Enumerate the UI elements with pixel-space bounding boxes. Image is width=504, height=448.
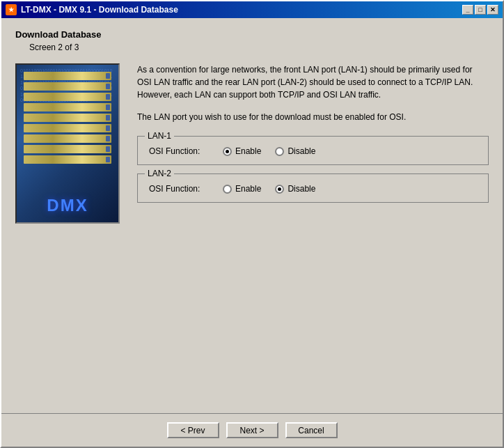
lan1-label: OSI Function: (149, 146, 212, 156)
main-window: ★ LT-DMX - DMX 9.1 - Download Database _… (0, 0, 504, 448)
lan2-disable-radio[interactable] (275, 185, 284, 194)
main-area: 0101100010101101000101011010001010110100… (15, 63, 489, 402)
slot-9 (24, 155, 111, 164)
page-subtitle: Screen 2 of 3 (29, 43, 489, 52)
lan2-legend: LAN-2 (145, 169, 174, 178)
prev-button[interactable]: < Prev (167, 422, 219, 438)
cancel-button[interactable]: Cancel (285, 422, 338, 438)
text-panel: As a convention for large networks, the … (137, 63, 489, 402)
description-paragraph1: As a convention for large networks, the … (137, 63, 489, 101)
image-panel: 0101100010101101000101011010001010110100… (15, 63, 123, 402)
lan1-enable-label: Enable (235, 146, 261, 156)
lan2-disable-label: Disable (288, 184, 315, 194)
next-button[interactable]: Next > (226, 422, 278, 438)
close-button[interactable]: ✕ (487, 5, 498, 15)
content-area: Download Database Screen 2 of 3 01011000… (1, 18, 503, 413)
dmx-label: DMX (17, 196, 118, 215)
lan2-label: OSI Function: (149, 184, 212, 194)
lan2-enable-label: Enable (235, 184, 261, 194)
lan2-enable-radio[interactable] (223, 185, 232, 194)
dmx-image: 0101100010101101000101011010001010110100… (15, 63, 120, 224)
lan2-disable-option[interactable]: Disable (275, 184, 315, 194)
title-bar-left: ★ LT-DMX - DMX 9.1 - Download Database (6, 4, 178, 15)
lan1-disable-label: Disable (288, 146, 315, 156)
slot-5 (24, 114, 111, 122)
window-title: LT-DMX - DMX 9.1 - Download Database (21, 5, 178, 15)
title-bar: ★ LT-DMX - DMX 9.1 - Download Database _… (1, 1, 503, 18)
lan1-radio-group: Enable Disable (223, 146, 315, 156)
title-controls: _ □ ✕ (462, 5, 498, 15)
slot-2 (24, 82, 111, 91)
lan1-legend: LAN-1 (145, 131, 174, 141)
lan1-row: OSI Function: Enable Disable (149, 146, 477, 156)
lan2-row: OSI Function: Enable Disable (149, 184, 477, 194)
lan2-radio-group: Enable Disable (223, 184, 315, 194)
lan2-enable-option[interactable]: Enable (223, 184, 261, 194)
lan2-group: LAN-2 OSI Function: Enable Disabl (137, 173, 489, 203)
page-title: Download Database (15, 29, 489, 40)
slot-4 (24, 103, 111, 111)
button-bar: < Prev Next > Cancel (1, 413, 503, 447)
slot-6 (24, 124, 111, 132)
lan-groups: LAN-1 OSI Function: Enable Disabl (137, 136, 489, 203)
slot-3 (24, 93, 111, 101)
slot-8 (24, 145, 111, 153)
app-icon: ★ (6, 4, 17, 15)
lan1-disable-option[interactable]: Disable (275, 146, 315, 156)
description-paragraph2: The LAN port you wish to use for the dow… (137, 111, 489, 123)
lan1-enable-option[interactable]: Enable (223, 146, 261, 156)
slot-1 (24, 72, 111, 80)
lan1-enable-radio[interactable] (223, 147, 232, 156)
minimize-button[interactable]: _ (462, 5, 473, 15)
hardware-slots (24, 72, 111, 183)
lan1-disable-radio[interactable] (275, 147, 284, 156)
maximize-button[interactable]: □ (475, 5, 486, 15)
slot-7 (24, 134, 111, 143)
lan1-group: LAN-1 OSI Function: Enable Disabl (137, 136, 489, 165)
